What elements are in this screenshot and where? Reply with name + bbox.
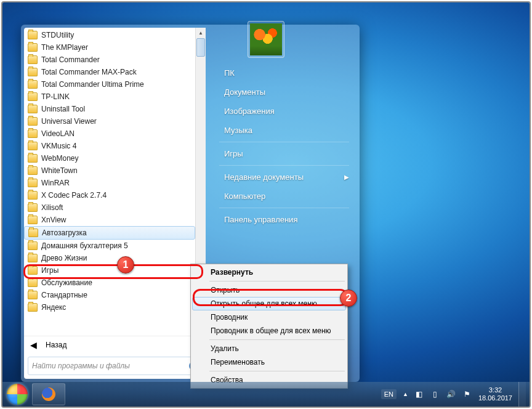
context-menu-item[interactable]: Переименовать	[192, 355, 346, 369]
folder-label: TP-LINK	[41, 92, 70, 101]
program-folder-item[interactable]: Total Commander	[24, 54, 195, 66]
right-panel-item[interactable]: Игры	[219, 144, 354, 163]
start-button[interactable]	[5, 382, 30, 407]
right-panel-label: Музыка	[224, 126, 252, 135]
program-folder-item[interactable]: VKMusic 4	[24, 140, 195, 152]
action-center-icon[interactable]: ⚑	[462, 389, 472, 399]
folder-label: Uninstall Tool	[41, 105, 85, 113]
context-menu-item[interactable]: Открыть общее для всех меню	[192, 297, 346, 310]
folder-label: The KMPlayer	[41, 43, 88, 52]
folder-label: Стандартные	[41, 291, 87, 299]
program-folder-item[interactable]: Древо Жизни	[24, 252, 195, 264]
right-panel-item[interactable]: Документы	[219, 83, 354, 102]
program-folder-item[interactable]: XnView	[24, 214, 195, 226]
context-menu-item[interactable]: Проводник	[192, 310, 346, 324]
program-folder-item[interactable]: TP-LINK	[24, 91, 195, 103]
folder-icon	[28, 266, 38, 275]
program-folder-item[interactable]: STDUtility	[24, 29, 195, 41]
time-text: 3:32	[478, 386, 512, 394]
folder-label: WebMoney	[41, 154, 78, 163]
right-panel-label: Панель управления	[224, 215, 297, 224]
back-button[interactable]: ◀ Назад	[24, 336, 206, 353]
right-panel-label: Компьютер	[224, 192, 265, 201]
context-menu-item[interactable]: Развернуть	[192, 265, 346, 279]
show-desktop-button[interactable]	[518, 382, 526, 407]
folder-icon	[28, 229, 38, 237]
folder-label: VideoLAN	[41, 129, 75, 138]
folder-icon	[28, 31, 38, 39]
context-menu-item[interactable]: Открыть	[192, 283, 346, 297]
folder-icon	[28, 179, 38, 187]
separator	[209, 281, 345, 281]
program-folder-item[interactable]: Яндекс	[24, 301, 195, 314]
folder-label: Игры	[41, 266, 58, 275]
firefox-icon	[42, 387, 55, 401]
network-icon[interactable]: ▯	[430, 389, 440, 399]
folder-icon	[28, 55, 38, 64]
folder-icon	[28, 142, 38, 150]
system-tray: EN ▲ ◧ ▯ 🔊 ⚑ 3:32 18.06.2017	[381, 382, 530, 407]
separator	[219, 165, 349, 166]
user-avatar[interactable]	[248, 21, 284, 58]
folder-icon	[28, 43, 38, 52]
separator	[219, 208, 349, 208]
program-folder-item[interactable]: Total Commander MAX-Pack	[24, 66, 195, 78]
program-folder-item[interactable]: Домашняя бухгалтерия 5	[24, 240, 195, 252]
right-panel-item[interactable]: Изображения	[219, 102, 354, 121]
taskbar-app-firefox[interactable]	[32, 383, 65, 405]
program-folder-item[interactable]: WhiteTown	[24, 164, 195, 177]
program-folder-item[interactable]: Игры	[24, 264, 195, 277]
programs-list[interactable]: STDUtilityThe KMPlayerTotal CommanderTot…	[24, 28, 206, 336]
right-panel-item[interactable]: ПК	[219, 63, 354, 83]
search-placeholder: Найти программы и файлы	[32, 362, 130, 370]
folder-label: Древо Жизни	[41, 254, 87, 262]
folder-label: XnView	[41, 216, 66, 224]
language-indicator[interactable]: EN	[381, 389, 397, 399]
folder-icon	[28, 291, 38, 299]
start-menu-left-pane: STDUtilityThe KMPlayerTotal CommanderTot…	[24, 28, 206, 379]
program-folder-item[interactable]: Обслуживание	[24, 277, 195, 289]
context-menu-item[interactable]: Проводник в общее для всех меню	[192, 324, 346, 338]
program-folder-item[interactable]: Автозагрузка	[24, 226, 195, 240]
scroll-thumb[interactable]	[196, 38, 205, 57]
program-folder-item[interactable]: WinRAR	[24, 177, 195, 189]
tray-expand-icon[interactable]: ▲	[403, 391, 408, 397]
program-folder-item[interactable]: Universal Viewer	[24, 115, 195, 128]
program-folder-item[interactable]: Xilisoft	[24, 201, 195, 214]
right-panel-label: Документы	[224, 87, 265, 97]
program-folder-item[interactable]: WebMoney	[24, 152, 195, 164]
folder-label: Автозагрузка	[42, 229, 87, 237]
separator	[209, 371, 345, 371]
program-folder-item[interactable]: Total Commander Ultima Prime	[24, 78, 195, 91]
folder-label: X Codec Pack 2.7.4	[41, 191, 107, 200]
program-folder-item[interactable]: VideoLAN	[24, 128, 195, 140]
context-menu-item[interactable]: Удалить	[192, 342, 346, 355]
program-folder-item[interactable]: Uninstall Tool	[24, 103, 195, 115]
right-panel-item[interactable]: Панель управления	[219, 210, 354, 229]
tray-app-icon[interactable]: ◧	[414, 389, 424, 399]
folder-icon	[28, 203, 38, 212]
right-panel-item[interactable]: Музыка	[219, 121, 354, 140]
separator	[209, 339, 345, 340]
program-folder-item[interactable]: X Codec Pack 2.7.4	[24, 189, 195, 201]
context-menu: РазвернутьОткрытьОткрыть общее для всех …	[190, 264, 348, 389]
folder-label: Xilisoft	[41, 203, 63, 212]
program-folder-item[interactable]: Стандартные	[24, 289, 195, 301]
folder-label: Universal Viewer	[41, 117, 97, 126]
clock[interactable]: 3:32 18.06.2017	[478, 386, 512, 402]
search-input[interactable]: Найти программы и файлы	[28, 357, 202, 375]
separator	[219, 142, 349, 142]
folder-label: Яндекс	[41, 303, 66, 312]
folder-icon	[28, 191, 38, 200]
program-folder-item[interactable]: The KMPlayer	[24, 41, 195, 54]
submenu-arrow-icon: ▶	[344, 174, 349, 180]
right-panel-item[interactable]: Компьютер	[219, 187, 354, 206]
right-panel-label: ПК	[224, 68, 235, 78]
back-arrow-icon: ◀	[30, 340, 37, 350]
volume-icon[interactable]: 🔊	[446, 389, 456, 399]
avatar-image	[250, 23, 282, 55]
folder-icon	[28, 129, 38, 138]
right-panel-item[interactable]: Недавние документы▶	[219, 168, 354, 187]
scroll-up-button[interactable]: ▲	[196, 28, 206, 38]
folder-icon	[28, 216, 38, 224]
